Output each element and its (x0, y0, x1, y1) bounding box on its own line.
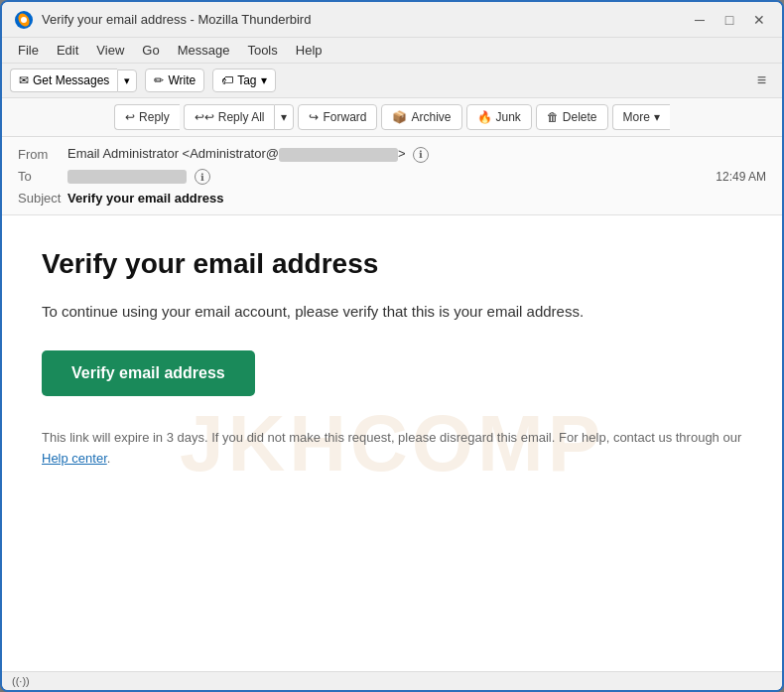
svg-point-2 (21, 17, 27, 23)
reply-all-dropdown[interactable]: ▾ (274, 104, 294, 130)
from-name: Email Administrator (67, 146, 179, 161)
menu-file[interactable]: File (10, 40, 47, 61)
menu-edit[interactable]: Edit (49, 40, 86, 61)
footer-end: . (107, 451, 111, 466)
close-button[interactable]: ✕ (748, 9, 770, 31)
signal-icon: ((·)) (12, 675, 30, 687)
email-body-text: To continue using your email account, pl… (42, 301, 742, 324)
junk-label: Junk (496, 110, 521, 124)
email-body: JKHCOMP Verify your email address To con… (2, 215, 782, 671)
minimize-button[interactable]: ─ (689, 9, 711, 31)
to-value: ℹ (67, 169, 716, 186)
menu-view[interactable]: View (88, 40, 132, 61)
pencil-icon: ✏ (154, 73, 164, 87)
archive-label: Archive (411, 110, 451, 124)
get-messages-button[interactable]: ✉ Get Messages (10, 69, 117, 92)
maximize-button[interactable]: □ (719, 9, 740, 31)
menu-message[interactable]: Message (170, 40, 238, 61)
reply-all-label: Reply All (218, 110, 265, 124)
reply-all-icon: ↩↩ (195, 110, 214, 124)
menu-tools[interactable]: Tools (239, 40, 285, 61)
more-dropdown-arrow: ▾ (654, 110, 660, 124)
delete-button[interactable]: 🗑 Delete (536, 104, 608, 130)
forward-label: Forward (323, 110, 366, 124)
junk-button[interactable]: 🔥 Junk (466, 104, 532, 130)
from-address-blurred (279, 148, 398, 162)
from-label: From (18, 147, 67, 162)
email-heading: Verify your email address (42, 247, 742, 281)
subject-label: Subject (18, 191, 67, 206)
to-address-blurred (67, 170, 187, 184)
email-time: 12:49 AM (716, 170, 766, 184)
to-row: To ℹ 12:49 AM (18, 166, 766, 189)
subject-row: Subject Verify your email address (18, 188, 766, 208)
more-group: More ▾ (612, 104, 670, 130)
forward-button[interactable]: ↪ Forward (298, 104, 377, 130)
reply-group: ↩ Reply (114, 104, 180, 130)
from-address: Administrator@ (190, 146, 279, 161)
write-label: Write (168, 73, 196, 87)
verify-email-button[interactable]: Verify email address (42, 350, 255, 396)
reply-button[interactable]: ↩ Reply (114, 104, 180, 130)
tag-icon: 🏷 (221, 73, 233, 87)
tag-label: Tag (237, 73, 256, 87)
title-bar-left: Verify your email address - Mozilla Thun… (14, 10, 311, 30)
hamburger-menu-button[interactable]: ≡ (749, 68, 774, 93)
menu-go[interactable]: Go (134, 40, 167, 61)
reply-icon: ↩ (125, 110, 135, 124)
from-value: Email Administrator <Administrator@> ℹ (67, 146, 766, 163)
archive-button[interactable]: 📦 Archive (381, 104, 461, 130)
subject-value: Verify your email address (67, 191, 766, 206)
tag-dropdown-arrow: ▾ (261, 73, 267, 87)
app-window: Verify your email address - Mozilla Thun… (0, 0, 784, 692)
to-info-icon[interactable]: ℹ (195, 169, 210, 185)
tag-button[interactable]: 🏷 Tag ▾ (212, 69, 275, 92)
status-bar: ((·)) (2, 671, 782, 690)
window-title: Verify your email address - Mozilla Thun… (42, 12, 311, 27)
email-action-bar: ↩ Reply ↩↩ Reply All ▾ ↪ Forward 📦 Archi… (2, 98, 782, 137)
email-footer: This link will expire in 3 days. If you … (42, 428, 742, 470)
more-button[interactable]: More ▾ (612, 104, 670, 130)
write-button[interactable]: ✏ Write (145, 69, 204, 92)
email-headers: From Email Administrator <Administrator@… (2, 137, 782, 215)
from-row: From Email Administrator <Administrator@… (18, 143, 766, 166)
delete-icon: 🗑 (547, 110, 559, 124)
help-center-link[interactable]: Help center (42, 451, 107, 466)
toolbar: ✉ Get Messages ▾ ✏ Write 🏷 Tag ▾ ≡ (2, 64, 782, 98)
junk-icon: 🔥 (477, 110, 492, 124)
get-messages-group: ✉ Get Messages ▾ (10, 69, 137, 92)
forward-icon: ↪ (309, 110, 319, 124)
email-content: Verify your email address To continue us… (42, 247, 742, 470)
reply-all-group: ↩↩ Reply All ▾ (184, 104, 295, 130)
archive-icon: 📦 (392, 110, 407, 124)
reply-all-button[interactable]: ↩↩ Reply All (184, 104, 275, 130)
to-label: To (18, 169, 67, 184)
thunderbird-icon (14, 10, 34, 30)
get-messages-label: Get Messages (33, 73, 109, 87)
delete-label: Delete (563, 110, 597, 124)
footer-text: This link will expire in 3 days. If you … (42, 430, 741, 445)
menu-bar: File Edit View Go Message Tools Help (2, 38, 782, 64)
more-label: More (623, 110, 650, 124)
envelope-icon: ✉ (19, 73, 29, 87)
title-bar: Verify your email address - Mozilla Thun… (2, 2, 782, 38)
reply-label: Reply (139, 110, 170, 124)
from-info-icon[interactable]: ℹ (413, 147, 429, 163)
get-messages-dropdown[interactable]: ▾ (117, 69, 137, 92)
title-bar-controls: ─ □ ✕ (689, 9, 770, 31)
menu-help[interactable]: Help (288, 40, 330, 61)
